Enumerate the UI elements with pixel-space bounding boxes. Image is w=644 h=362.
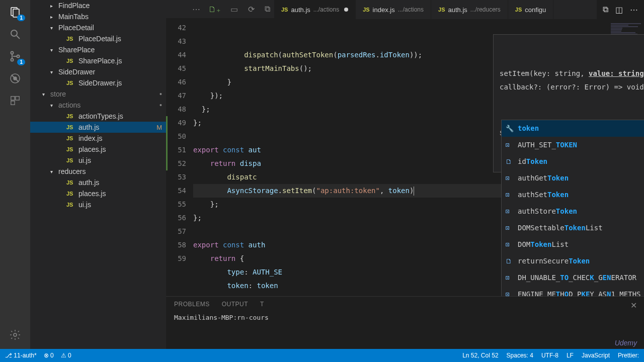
- file-item[interactable]: JSindex.js: [30, 133, 166, 144]
- activity-bar: 1 1: [0, 0, 30, 349]
- suggest-item[interactable]: ⊡DH_UNABLE_TO_CHECK_GENERATOR: [502, 269, 644, 286]
- suggest-item[interactable]: ⊡authGetToken: [502, 170, 644, 187]
- git-branch[interactable]: ⎇ 11-auth*: [5, 352, 37, 359]
- file-item[interactable]: JSui.js: [30, 155, 166, 166]
- editor-tab[interactable]: JSindex.js.../actions: [356, 0, 431, 19]
- collapse-icon[interactable]: ⧉: [265, 5, 270, 14]
- panel-tab-output[interactable]: OUTPUT: [222, 301, 248, 308]
- file-item[interactable]: JSPlaceDetail.js: [30, 33, 166, 44]
- terminal-output[interactable]: Maximilians-MBP:rn-cours: [166, 312, 644, 323]
- suggest-item[interactable]: ⊡DOMTokenList: [502, 236, 644, 253]
- folder-item[interactable]: ▾actions•: [30, 100, 166, 111]
- cursor-position[interactable]: Ln 52, Col 52: [462, 352, 498, 359]
- svg-point-12: [14, 333, 17, 336]
- suggest-item[interactable]: 🔧token(parameter) token: anyi: [502, 120, 644, 137]
- close-icon[interactable]: ✕: [630, 301, 637, 310]
- more-actions-icon[interactable]: ⋯: [630, 5, 638, 15]
- folder-item[interactable]: ▸FindPlace: [30, 0, 166, 11]
- editor-group: ⋯ 🗋₊ ▭ ⟳ ⧉ JSauth.js.../actionsJSindex.j…: [166, 0, 644, 349]
- svg-point-5: [11, 59, 14, 61]
- file-item[interactable]: JSauth.jsM: [30, 122, 166, 133]
- suggest-item[interactable]: ⊡DOMSettableTokenList: [502, 220, 644, 236]
- more-icon[interactable]: ⋯: [192, 5, 200, 14]
- file-item[interactable]: JSSharePlace.js: [30, 55, 166, 66]
- warnings-count[interactable]: ⚠ 0: [61, 352, 71, 359]
- suggest-item[interactable]: 🗋idToken: [502, 153, 644, 170]
- panel-tab-problems[interactable]: PROBLEMS: [174, 301, 210, 308]
- editor-tab[interactable]: JSconfigu: [508, 0, 553, 19]
- svg-point-2: [11, 30, 17, 36]
- suggest-item[interactable]: ⊡authSetToken: [502, 187, 644, 203]
- suggest-widget[interactable]: 🔧token(parameter) token: anyi⊡AUTH_SET_T…: [501, 120, 644, 296]
- encoding[interactable]: UTF-8: [541, 352, 558, 359]
- debug-icon[interactable]: [8, 71, 22, 85]
- folder-item[interactable]: ▾store•: [30, 88, 166, 100]
- svg-rect-10: [16, 97, 19, 100]
- indentation[interactable]: Spaces: 4: [507, 352, 533, 359]
- svg-point-6: [17, 55, 20, 58]
- svg-point-8: [14, 77, 17, 80]
- language-mode[interactable]: JavaScript: [582, 352, 610, 359]
- compare-icon[interactable]: ⧉: [603, 5, 608, 14]
- suggest-item[interactable]: ⊡AUTH_SET_TOKEN: [502, 137, 644, 153]
- extensions-icon[interactable]: [8, 94, 22, 108]
- refresh-icon[interactable]: ⟳: [248, 5, 255, 14]
- svg-point-4: [11, 52, 14, 54]
- panel-tab-terminal[interactable]: T: [260, 301, 264, 308]
- prettier-status[interactable]: Prettier:: [618, 352, 639, 359]
- file-item[interactable]: JSauth.js: [30, 177, 166, 188]
- suggest-item[interactable]: 🗋returnSecureToken: [502, 253, 644, 269]
- save-icon[interactable]: ▭: [230, 5, 238, 14]
- folder-item[interactable]: ▾reducers: [30, 166, 166, 177]
- split-icon[interactable]: ◫: [615, 5, 623, 15]
- file-item[interactable]: JSSideDrawer.js: [30, 77, 166, 88]
- suggest-item[interactable]: ⊡ENGINE_METHOD_PKEY_ASN1_METHS: [502, 286, 644, 296]
- explorer-sidebar: ▸FindPlace▸MainTabs▾PlaceDetailJSPlaceDe…: [30, 0, 166, 349]
- explorer-icon[interactable]: 1: [8, 5, 22, 19]
- svg-line-3: [17, 36, 20, 39]
- watermark: Udemy: [615, 339, 637, 347]
- editor-tabs: JSauth.js.../actionsJSindex.js.../action…: [274, 0, 597, 19]
- source-control-icon[interactable]: 1: [8, 49, 22, 63]
- new-file-icon[interactable]: 🗋₊: [208, 5, 220, 14]
- folder-item[interactable]: ▾SharePlace: [30, 44, 166, 55]
- status-bar: ⎇ 11-auth* ⊗ 0 ⚠ 0 Ln 52, Col 52 Spaces:…: [0, 349, 644, 362]
- errors-count[interactable]: ⊗ 0: [44, 352, 54, 359]
- file-item[interactable]: JSui.js: [30, 199, 166, 210]
- folder-item[interactable]: ▸MainTabs: [30, 11, 166, 22]
- suggest-item[interactable]: ⊡authStoreToken: [502, 203, 644, 220]
- editor-tab[interactable]: JSauth.js.../reducers: [431, 0, 508, 19]
- folder-item[interactable]: ▾PlaceDetail: [30, 22, 166, 33]
- file-item[interactable]: JSplaces.js: [30, 144, 166, 155]
- eol[interactable]: LF: [567, 352, 574, 359]
- file-item[interactable]: JSactionTypes.js: [30, 111, 166, 122]
- search-icon[interactable]: [8, 27, 22, 41]
- svg-rect-11: [11, 101, 15, 105]
- svg-rect-9: [11, 97, 15, 100]
- editor-tab[interactable]: JSauth.js.../actions: [274, 0, 356, 19]
- folder-item[interactable]: ▾SideDrawer: [30, 66, 166, 77]
- bottom-panel: PROBLEMS OUTPUT T ✕ Maximilians-MBP:rn-c…: [166, 296, 644, 349]
- settings-icon[interactable]: [8, 328, 22, 342]
- file-item[interactable]: JSplaces.js: [30, 188, 166, 199]
- code-editor[interactable]: 424344454647484950515253545556575859 dis…: [166, 19, 644, 296]
